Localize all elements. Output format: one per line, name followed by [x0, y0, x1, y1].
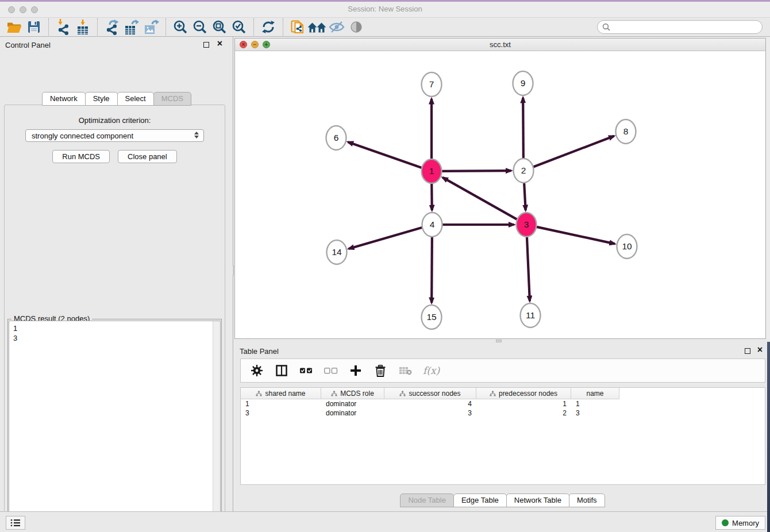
table-settings-button[interactable] — [250, 362, 264, 379]
columns-button[interactable] — [275, 362, 288, 379]
column-header-name[interactable]: name — [571, 388, 619, 399]
graph-edge-1-6[interactable] — [348, 142, 422, 168]
column-header-predecessor-nodes[interactable]: predecessor nodes — [476, 388, 571, 399]
graph-node-10[interactable]: 10 — [617, 234, 637, 259]
horizontal-splitter-handle[interactable] — [496, 340, 502, 342]
tab-edge-table[interactable]: Edge Table — [453, 494, 507, 507]
graph-node-14[interactable]: 14 — [327, 240, 347, 264]
optimization-criterion-select[interactable]: strongly connected component — [25, 129, 204, 142]
close-window-button[interactable] — [8, 6, 15, 13]
zoom-in-button[interactable] — [171, 18, 190, 36]
home-layout-button[interactable] — [307, 18, 327, 36]
graph-edge-2-9[interactable] — [523, 98, 523, 159]
table-header: shared name MCDS role successor nodes pr… — [241, 388, 765, 399]
tab-node-table[interactable]: Node Table — [400, 494, 454, 507]
graph-edge-3-11[interactable] — [527, 237, 530, 301]
clone-network-button[interactable] — [288, 18, 307, 36]
add-row-button[interactable] — [349, 362, 363, 379]
main-toolbar — [0, 18, 770, 37]
graph-node-4[interactable]: 4 — [422, 213, 442, 237]
document-share-icon — [291, 20, 305, 34]
tab-motifs[interactable]: Motifs — [569, 494, 605, 507]
preview-button[interactable] — [346, 18, 366, 36]
refresh-icon — [261, 20, 275, 34]
graph-edge-4-15[interactable] — [432, 237, 432, 303]
delete-table-button[interactable] — [398, 362, 412, 379]
graph-edge-1-4[interactable] — [432, 183, 432, 210]
close-panel-icon[interactable]: × — [217, 38, 222, 49]
graph-edge-2-8[interactable] — [533, 136, 614, 167]
graph-node-1[interactable]: 1 — [422, 159, 442, 183]
tab-network[interactable]: Network — [42, 92, 86, 106]
svg-text:9: 9 — [521, 78, 526, 88]
svg-text:1: 1 — [429, 166, 434, 176]
graph-edge-2-3[interactable] — [524, 183, 526, 210]
column-type-icon — [399, 391, 406, 396]
graph-node-9[interactable]: 9 — [513, 71, 533, 95]
graph-edge-1-2[interactable] — [442, 171, 511, 171]
desktop-background-edge — [767, 342, 770, 532]
table-cell: dominator — [321, 408, 384, 418]
task-history-button[interactable] — [6, 516, 25, 530]
graph-edge-3-1[interactable] — [442, 178, 517, 219]
column-header-MCDS-role[interactable]: MCDS role — [321, 388, 384, 399]
network-close-icon[interactable]: × — [240, 41, 247, 48]
zoom-out-icon — [192, 20, 207, 34]
graph-node-7[interactable]: 7 — [422, 72, 442, 97]
graph-node-3[interactable]: 3 — [517, 213, 537, 237]
zoom-fit-icon — [212, 20, 227, 34]
graph-node-8[interactable]: 8 — [616, 119, 636, 144]
graph-edge-3-10[interactable] — [537, 227, 615, 244]
minimize-window-button[interactable] — [20, 6, 26, 13]
table-row[interactable]: 1dominator411 — [241, 399, 765, 408]
export-table-button[interactable] — [122, 18, 141, 36]
column-header-label: MCDS role — [340, 390, 374, 398]
search-input[interactable] — [613, 23, 757, 32]
export-network-icon — [105, 20, 120, 35]
horizontal-splitter[interactable] — [234, 339, 770, 343]
save-session-button[interactable] — [24, 18, 44, 36]
network-minimize-icon[interactable]: − — [251, 41, 259, 48]
open-file-button[interactable] — [5, 18, 24, 36]
graph-node-15[interactable]: 15 — [422, 305, 442, 329]
tab-select[interactable]: Select — [117, 92, 154, 106]
import-network-button[interactable] — [53, 18, 73, 36]
graph-node-11[interactable]: 11 — [521, 303, 541, 327]
select-all-button[interactable] — [299, 362, 313, 379]
zoom-fit-button[interactable] — [210, 18, 229, 36]
refresh-button[interactable] — [259, 18, 278, 36]
zoom-window-button[interactable] — [31, 6, 38, 13]
tab-style[interactable]: Style — [85, 92, 118, 106]
tab-mcds[interactable]: MCDS — [153, 92, 191, 106]
export-image-button[interactable] — [141, 18, 161, 36]
close-panel-button[interactable]: Close panel — [118, 150, 177, 163]
network-zoom-icon[interactable]: + — [263, 41, 270, 48]
toolbar-separator — [253, 18, 254, 36]
mcds-result-area[interactable]: 13 — [9, 321, 221, 532]
column-header-successor-nodes[interactable]: successor nodes — [384, 388, 476, 399]
float-table-panel-icon[interactable] — [745, 348, 750, 354]
search-box[interactable] — [597, 20, 763, 34]
graph-node-2[interactable]: 2 — [514, 159, 534, 183]
tab-network-table[interactable]: Network Table — [506, 494, 569, 507]
deselect-all-button[interactable] — [324, 362, 338, 379]
graph-edge-4-14[interactable] — [349, 228, 422, 249]
mcds-result-scrollbar[interactable] — [213, 321, 220, 532]
zoom-selected-button[interactable] — [229, 18, 249, 36]
hide-panel-button[interactable] — [327, 18, 346, 36]
function-builder-button[interactable]: f(x) — [423, 362, 440, 379]
float-panel-icon[interactable] — [203, 42, 209, 48]
run-mcds-button[interactable]: Run MCDS — [52, 150, 110, 163]
close-table-panel-icon[interactable]: × — [757, 345, 763, 355]
network-window-titlebar[interactable]: × − + scc.txt — [235, 38, 765, 51]
export-network-button[interactable] — [102, 18, 122, 36]
delete-row-button[interactable] — [374, 362, 387, 379]
column-header-shared-name[interactable]: shared name — [241, 388, 321, 399]
import-table-button[interactable] — [73, 18, 93, 36]
table-row[interactable]: 3dominator323 — [241, 408, 765, 418]
zoom-out-button[interactable] — [190, 18, 210, 36]
memory-button[interactable]: Memory — [715, 516, 765, 530]
network-canvas[interactable]: 7968124314101511 — [235, 51, 765, 338]
graph-node-6[interactable]: 6 — [326, 126, 346, 150]
node-table: shared name MCDS role successor nodes pr… — [240, 387, 765, 485]
